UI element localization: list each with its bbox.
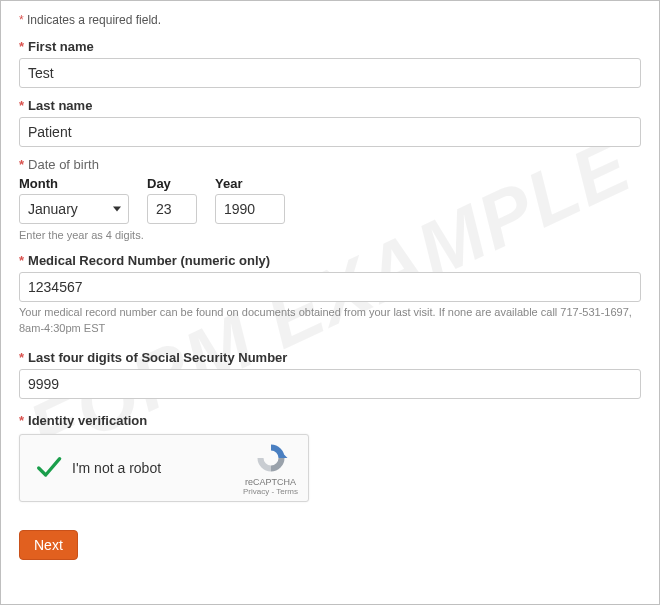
first-name-input[interactable]	[19, 58, 641, 88]
mrn-label: *Medical Record Number (numeric only)	[19, 253, 641, 268]
dob-year-input[interactable]	[215, 194, 285, 224]
dob-day-label: Day	[147, 176, 197, 191]
captcha-label: I'm not a robot	[72, 460, 243, 476]
last-name-label: *Last name	[19, 98, 641, 113]
dob-day-input[interactable]	[147, 194, 197, 224]
captcha-brand: reCAPTCHA	[243, 477, 298, 487]
mrn-hint: Your medical record number can be found …	[19, 305, 641, 336]
mrn-input[interactable]	[19, 272, 641, 302]
recaptcha-icon	[253, 440, 289, 476]
identity-label: *Identity verification	[19, 413, 641, 428]
next-button[interactable]: Next	[19, 530, 78, 560]
dob-hint: Enter the year as 4 digits.	[19, 228, 641, 243]
required-field-note: * Indicates a required field.	[19, 13, 641, 27]
dob-label: *Date of birth	[19, 157, 641, 172]
last-name-input[interactable]	[19, 117, 641, 147]
svg-marker-0	[283, 454, 288, 459]
dob-year-label: Year	[215, 176, 285, 191]
ssn-input[interactable]	[19, 369, 641, 399]
dob-month-select[interactable]: January	[19, 194, 129, 224]
first-name-label: *First name	[19, 39, 641, 54]
ssn-label: *Last four digits of Social Security Num…	[19, 350, 641, 365]
captcha-links[interactable]: Privacy - Terms	[243, 487, 298, 496]
dob-month-label: Month	[19, 176, 129, 191]
required-note-text: Indicates a required field.	[24, 13, 161, 27]
recaptcha-widget[interactable]: I'm not a robot reCAPTCHA Privacy - Term…	[19, 434, 309, 502]
checkmark-icon	[34, 454, 62, 482]
